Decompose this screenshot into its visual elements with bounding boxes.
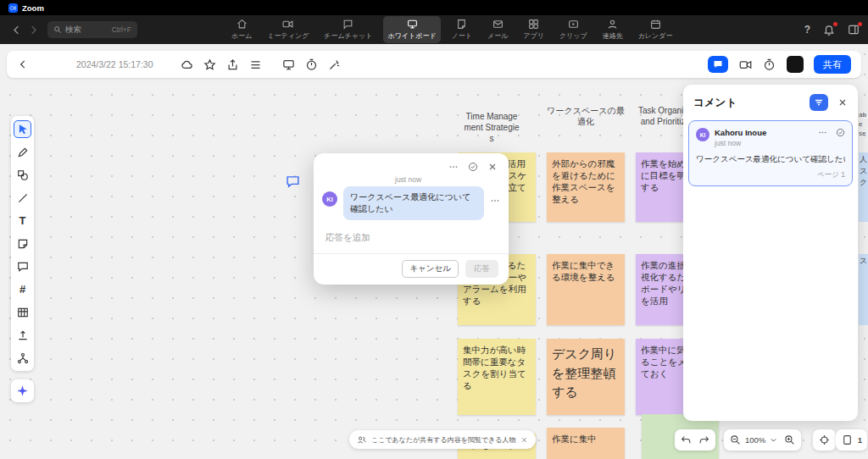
laser-pointer-icon[interactable]	[328, 58, 341, 71]
zoom-menu-button[interactable]	[766, 433, 781, 447]
sticky-note[interactable]: 外部からの邪魔を避けるために作業スペースを整える	[547, 152, 625, 222]
nav-back-icon[interactable]	[10, 24, 23, 36]
close-panel-button[interactable]	[837, 97, 848, 108]
chat-icon	[342, 19, 353, 30]
reply-input[interactable]: 応答を追加	[314, 232, 509, 244]
pages-button[interactable]	[838, 431, 856, 449]
redo-button[interactable]	[695, 431, 713, 449]
more-options-icon[interactable]	[818, 128, 827, 137]
comment-anchor-icon[interactable]	[285, 174, 301, 189]
mindmap-tool[interactable]	[14, 349, 31, 367]
comment-tool[interactable]	[14, 257, 31, 275]
message-more-icon[interactable]	[490, 196, 500, 206]
calendar-icon	[650, 19, 661, 30]
close-icon	[837, 97, 848, 108]
comments-filter-button[interactable]	[810, 94, 828, 111]
home-icon	[236, 19, 248, 30]
star-favorite-icon[interactable]	[203, 58, 216, 71]
sticky-note[interactable]: デスク周りを整理整頓する	[547, 339, 625, 415]
board-back-icon[interactable]	[17, 58, 29, 70]
nav-item-calendar[interactable]: カレンダー	[634, 16, 677, 43]
line-tool[interactable]	[14, 189, 31, 207]
note-icon	[456, 19, 467, 30]
share-button[interactable]: 共有	[814, 55, 851, 74]
nav-item-home[interactable]: ホーム	[227, 16, 256, 43]
comment-bubble-icon	[17, 261, 29, 273]
sticky-note[interactable]: 作業に集中できる環境を整える	[547, 254, 625, 325]
nav-forward-icon[interactable]	[27, 24, 40, 36]
export-icon[interactable]	[226, 58, 239, 71]
upload-tool[interactable]	[14, 326, 31, 344]
select-tool[interactable]	[14, 120, 31, 138]
nav-item-contacts[interactable]: 連絡先	[598, 16, 627, 43]
comments-panel: コメント KI Kahoru Inoue just now ワークスペース最適化…	[683, 85, 858, 421]
pen-tool[interactable]	[14, 143, 31, 161]
upload-icon	[17, 329, 29, 341]
avatar: KI	[696, 128, 709, 141]
cancel-button[interactable]: キャンセル	[402, 260, 459, 278]
zoom-out-button[interactable]	[726, 431, 744, 449]
comments-toggle-button[interactable]	[708, 56, 728, 73]
zoom-out-icon	[730, 434, 741, 445]
table-icon	[17, 307, 29, 318]
people-icon	[357, 435, 366, 445]
nav-item-meetings[interactable]: ミーティング	[263, 16, 313, 43]
comment-message: ワークスペース最適化について確認したい	[696, 154, 845, 165]
timer-icon[interactable]	[305, 58, 318, 71]
sticky-note[interactable]: 集中力が高い時間帯に重要なタスクを割り当てる	[458, 339, 536, 415]
column-header-time-management[interactable]: Time Management Strategies	[463, 111, 520, 144]
resolve-check-icon[interactable]	[468, 162, 478, 172]
line-icon	[17, 192, 29, 204]
text-tool[interactable]: T	[14, 212, 31, 230]
stopwatch-icon[interactable]	[763, 58, 776, 71]
column-header-clipped[interactable]: ab e se	[859, 111, 867, 140]
frame-tool[interactable]: #	[14, 280, 31, 298]
board-title-timestamp[interactable]: 2024/3/22 15:17:30	[76, 59, 153, 69]
reply-button[interactable]: 応答	[465, 260, 498, 278]
comment-card[interactable]: KI Kahoru Inoue just now ワークスペース最適化について確…	[688, 120, 853, 186]
sticky-note-tool[interactable]	[14, 235, 31, 252]
zoom-in-icon	[784, 434, 795, 445]
cloud-sync-icon[interactable]	[181, 58, 193, 71]
nav-item-mail[interactable]: メール	[483, 16, 512, 43]
redo-icon	[698, 434, 709, 445]
share-visibility-notice: ここであなたが共有する内容を閲覧できる人物	[349, 430, 536, 449]
sticky-note[interactable]: 作業に集中	[547, 428, 625, 459]
profile-button[interactable]	[848, 24, 860, 36]
dismiss-notice-button[interactable]	[520, 436, 528, 444]
comment-thread-popup: just now KI ワークスペース最適化について確認したい 応答を追加 キャ…	[314, 153, 509, 285]
ai-assistant-button[interactable]	[11, 379, 34, 402]
fit-to-screen-button[interactable]	[815, 431, 833, 449]
menu-icon[interactable]	[249, 58, 262, 71]
locate-icon	[819, 434, 830, 445]
search-input[interactable]: 検索 Ctrl+F	[47, 21, 137, 38]
help-icon[interactable]: ?	[804, 24, 810, 36]
filter-icon	[814, 97, 824, 108]
nav-item-notes[interactable]: ノート	[448, 16, 476, 43]
resolve-check-icon[interactable]	[836, 128, 845, 137]
user-avatar-swatch[interactable]	[787, 56, 804, 73]
zoom-level[interactable]: 100%	[745, 435, 765, 445]
board-toolbar: 2024/3/22 15:17:30 共有	[7, 51, 861, 78]
nav-item-team-chat[interactable]: チームチャット	[320, 16, 376, 43]
org-chart-icon	[17, 352, 29, 364]
locate-control	[813, 429, 836, 451]
nav-item-whiteboard[interactable]: ホワイトボード	[383, 16, 440, 43]
shapes-tool[interactable]	[14, 166, 31, 184]
nav-item-clips[interactable]: クリップ	[555, 16, 592, 43]
whiteboard-icon	[407, 19, 418, 30]
present-monitor-icon[interactable]	[282, 58, 295, 71]
sticky-note-clipped[interactable]: ス	[859, 254, 868, 325]
more-options-icon[interactable]	[448, 162, 459, 172]
notifications-button[interactable]	[823, 24, 835, 36]
sticky-note-clipped[interactable]: 人 ス ク	[859, 152, 868, 222]
zoom-in-button[interactable]	[781, 431, 798, 449]
close-icon[interactable]	[487, 162, 498, 172]
comment-timestamp: just now	[715, 139, 766, 147]
table-tool[interactable]	[14, 303, 31, 321]
undo-button[interactable]	[677, 431, 695, 449]
nav-item-apps[interactable]: アプリ	[519, 16, 548, 43]
column-header-workspace[interactable]: ワークスペースの最適化	[546, 105, 626, 127]
comment-author: Kahoru Inoue	[715, 128, 766, 137]
camera-icon[interactable]	[739, 58, 752, 71]
